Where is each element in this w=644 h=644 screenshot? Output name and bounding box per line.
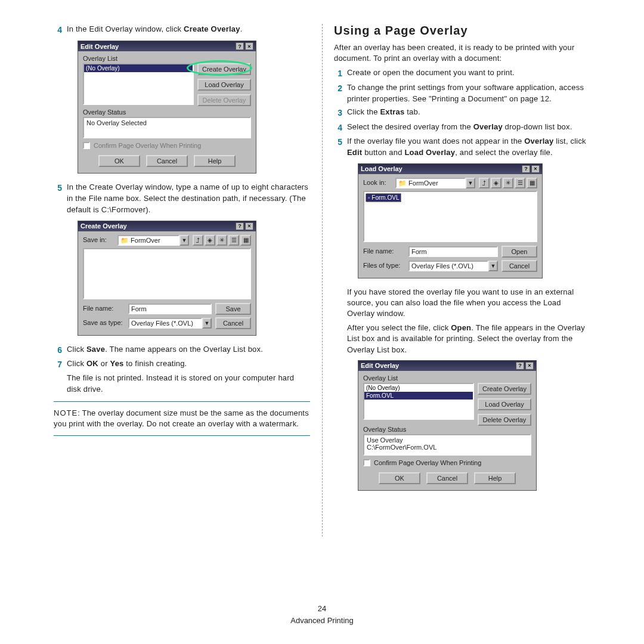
saveas-label: Save as type: [83, 319, 125, 326]
s4-pre: In the Edit Overlay window, click [67, 24, 184, 33]
overlay-list[interactable]: (No Overlay) Form.OVL [363, 383, 474, 420]
newfolder-icon[interactable]: ✳ [216, 235, 227, 246]
help-button[interactable]: Help [194, 155, 236, 167]
lookin-label: Look in: [363, 179, 392, 186]
file-area[interactable]: ▫ Form.OVL [363, 191, 537, 242]
confirm-checkbox[interactable] [363, 459, 370, 466]
newfolder-icon[interactable]: ✳ [503, 178, 513, 188]
saveas-select[interactable]: Overlay Files (*.OVL) [128, 318, 202, 329]
cancel-button[interactable]: Cancel [501, 260, 537, 272]
dlg-title: Create Overlay [80, 222, 127, 230]
mid2: After you select the file, click Open. T… [347, 323, 590, 355]
lookin-field[interactable]: 📁 FormOver [395, 178, 466, 188]
desktop-icon[interactable]: ◈ [205, 235, 215, 246]
save-button[interactable]: Save [215, 303, 251, 315]
savein-label: Save in: [83, 236, 114, 243]
divider [54, 401, 310, 402]
footer: 24 Advanced Printing [0, 603, 644, 626]
overlay-list-label: Overlay List [83, 55, 251, 62]
dlg-title: Edit Overlay [361, 362, 399, 369]
file-item[interactable]: ▫ Form.OVL [366, 193, 401, 202]
overlay-list-label: Overlay List [363, 374, 531, 382]
filename-label: File name: [363, 247, 405, 255]
load-overlay-button[interactable]: Load Overlay [197, 79, 251, 91]
close-icon[interactable]: × [525, 362, 534, 370]
filesof-select[interactable]: Overlay Files (*.OVL) [408, 261, 488, 271]
file-area[interactable] [83, 248, 251, 299]
close-icon[interactable]: × [245, 42, 253, 50]
chevron-down-icon[interactable]: ▼ [488, 261, 498, 271]
confirm-checkbox[interactable] [83, 142, 90, 149]
status-label: Overlay Status [363, 426, 531, 433]
savein-field[interactable]: 📁 FormOver [117, 235, 179, 246]
list-item[interactable]: (No Overlay) [84, 64, 193, 72]
list-item[interactable]: Form.OVL [364, 392, 473, 400]
chevron-down-icon[interactable]: ▼ [202, 318, 212, 329]
cancel-button[interactable]: Cancel [146, 155, 188, 167]
status-area: Use Overlay C:\FormOver\Form.OVL [363, 434, 531, 456]
detail-icon[interactable]: ▦ [527, 178, 537, 188]
list-icon[interactable]: ☰ [228, 235, 239, 246]
list-icon[interactable]: ☰ [515, 178, 525, 188]
load-overlay-button[interactable]: Load Overlay [478, 398, 531, 410]
step5: In the Create Overlay window, type a nam… [67, 182, 310, 216]
create-overlay-button[interactable]: Create Overlay [478, 383, 531, 395]
s4-post: . [240, 24, 243, 33]
detail-icon[interactable]: ▦ [240, 235, 251, 246]
open-button[interactable]: Open [501, 246, 537, 258]
filename-label: File name: [83, 305, 125, 312]
divider [54, 435, 310, 436]
status-area: No Overlay Selected [83, 117, 251, 138]
delete-overlay-button: Delete Overlay [197, 94, 251, 106]
page-number: 24 [0, 603, 644, 615]
dlg-title: Load Overlay [361, 165, 402, 172]
chevron-down-icon[interactable]: ▼ [466, 178, 475, 188]
intro: After an overlay has been created, it is… [334, 42, 590, 64]
load-overlay-dialog: Load Overlay ?× Look in: 📁 FormOver▼ ⮥ ◈… [358, 163, 543, 278]
list-item[interactable]: (No Overlay) [364, 384, 473, 392]
dlg-title: Edit Overlay [80, 43, 119, 50]
filename-input[interactable]: Form [128, 304, 212, 314]
create-overlay-button[interactable]: Create Overlay [197, 63, 251, 75]
overlay-list[interactable]: (No Overlay) [83, 63, 194, 105]
confirm-label: Confirm Page Overlay When Printing [374, 459, 481, 466]
up-icon[interactable]: ⮥ [193, 235, 203, 246]
ok-button[interactable]: OK [98, 155, 140, 167]
filename-input[interactable]: Form [408, 246, 498, 257]
up-icon[interactable]: ⮥ [479, 178, 490, 188]
filesof-label: Files of type: [363, 262, 405, 269]
edit-overlay-dialog: Edit Overlay ?× Overlay List (No Overlay… [78, 41, 256, 174]
help-icon[interactable]: ? [236, 42, 244, 50]
close-icon[interactable]: × [245, 222, 253, 230]
desktop-icon[interactable]: ◈ [491, 178, 501, 188]
status-label: Overlay Status [83, 109, 251, 116]
section-label: Advanced Printing [0, 615, 644, 627]
cancel-button[interactable]: Cancel [215, 317, 251, 329]
step7b: The file is not printed. Instead it is s… [67, 373, 310, 395]
close-icon[interactable]: × [531, 165, 540, 173]
confirm-label: Confirm Page Overlay When Printing [94, 142, 201, 149]
note: NOTE: The overlay document size must be … [54, 408, 310, 429]
create-overlay-dialog: Create Overlay ?× Save in: 📁 FormOver▼ ⮥… [78, 221, 256, 336]
column-divider [322, 24, 323, 537]
mid1: If you have stored the overlay file you … [347, 287, 590, 320]
help-icon[interactable]: ? [236, 222, 244, 230]
help-icon[interactable]: ? [516, 362, 524, 370]
status-text: No Overlay Selected [86, 119, 147, 126]
cancel-button[interactable]: Cancel [426, 472, 468, 484]
ok-button[interactable]: OK [379, 472, 420, 484]
chevron-down-icon[interactable]: ▼ [179, 235, 189, 246]
edit-overlay-dialog-2: Edit Overlay ?× Overlay List (No Overlay… [358, 360, 537, 491]
page-title: Using a Page Overlay [334, 24, 590, 38]
delete-overlay-button[interactable]: Delete Overlay [478, 414, 531, 426]
s4-bold: Create Overlay [184, 24, 240, 33]
help-button[interactable]: Help [474, 472, 516, 484]
help-icon[interactable]: ? [522, 165, 530, 173]
